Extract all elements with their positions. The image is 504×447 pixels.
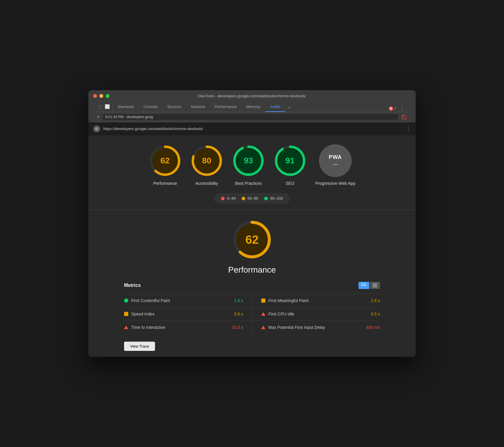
metric-name-fci: First CPU Idle bbox=[268, 312, 368, 316]
svg-point-0 bbox=[95, 127, 98, 131]
score-item-best-practices[interactable]: 93 Best Practices bbox=[232, 144, 265, 186]
url-input[interactable] bbox=[103, 114, 398, 120]
metrics-section: Metrics bbox=[118, 282, 386, 334]
svg-rect-17 bbox=[373, 287, 377, 287]
legend-dot-fail bbox=[221, 197, 225, 200]
accessibility-label: Accessibility bbox=[195, 181, 218, 186]
minimize-button[interactable] bbox=[99, 94, 103, 98]
tab-elements[interactable]: Elements bbox=[113, 102, 139, 112]
metric-first-cpu-idle: First CPU Idle 6.5 s bbox=[252, 307, 380, 321]
toggle-grid-view[interactable] bbox=[359, 282, 369, 289]
legend-range-average: 50–89 bbox=[248, 196, 258, 201]
browser-window: DevTools - developers.google.com/web/too… bbox=[88, 90, 416, 357]
lighthouse-menu-button[interactable]: ⋮ bbox=[406, 126, 411, 132]
seo-score: 91 bbox=[285, 156, 295, 165]
metric-icon-si bbox=[124, 312, 128, 316]
view-more-container: View Trace bbox=[118, 334, 386, 351]
score-circles: 62 Performance 80 Accessibility bbox=[149, 144, 355, 186]
metric-name-tti: Time to Interactive bbox=[131, 325, 229, 330]
metric-name-fcp: First Contentful Paint bbox=[131, 298, 231, 303]
svg-rect-15 bbox=[373, 284, 377, 284]
error-count: 2 bbox=[394, 107, 396, 111]
metric-name-mpfid: Max Potential First Input Delay bbox=[268, 325, 363, 330]
metric-value-fci: 6.5 s bbox=[371, 312, 380, 316]
more-tabs-button[interactable]: » bbox=[285, 103, 293, 112]
mobile-icon[interactable]: ⬜ bbox=[104, 104, 110, 110]
tab-performance[interactable]: Performance bbox=[210, 102, 241, 112]
devtools-content: https://developers.google.com/web/tools/… bbox=[88, 122, 416, 357]
metric-icon-mpfid bbox=[261, 326, 265, 329]
metric-value-tti: 10.3 s bbox=[232, 325, 243, 330]
lighthouse-url-bar: https://developers.google.com/web/tools/… bbox=[88, 122, 416, 135]
score-item-pwa[interactable]: PWA — Progressive Web App bbox=[315, 144, 355, 186]
performance-score: 62 bbox=[160, 156, 170, 165]
metrics-header: Metrics bbox=[124, 282, 380, 289]
accessibility-score: 80 bbox=[202, 156, 211, 165]
tab-network[interactable]: Network bbox=[186, 102, 210, 112]
seo-circle: 91 bbox=[274, 144, 306, 177]
metric-value-mpfid: 400 ms bbox=[366, 325, 380, 330]
performance-circle: 62 bbox=[149, 144, 181, 177]
pwa-label: PWA bbox=[329, 154, 342, 160]
scores-section: 62 Performance 80 Accessibility bbox=[88, 135, 416, 210]
metric-icon-tti bbox=[124, 326, 128, 329]
audited-url: https://developers.google.com/web/tools/… bbox=[103, 126, 203, 131]
metric-value-fcp: 1.9 s bbox=[234, 298, 243, 303]
metric-time-to-interactive: Time to Interactive 10.3 s bbox=[124, 321, 252, 334]
metric-first-meaningful-paint: First Meaningful Paint 2.6 s bbox=[252, 294, 380, 307]
lighthouse-url-left: https://developers.google.com/web/tools/… bbox=[93, 125, 203, 132]
tab-toolbar: ⬚ ⬜ bbox=[96, 101, 113, 112]
legend-item-fail: 0–49 bbox=[221, 196, 236, 201]
svg-rect-14 bbox=[364, 285, 366, 286]
legend-range-fail: 0–49 bbox=[227, 196, 236, 201]
svg-rect-13 bbox=[364, 284, 366, 284]
tab-right-controls: ✕ 2 ⋮ bbox=[386, 105, 408, 112]
devtools-tab-bar: ⬚ ⬜ Elements Console Sources Network Per… bbox=[93, 101, 411, 112]
new-tab-button[interactable]: + bbox=[97, 114, 100, 120]
performance-detail-section: 62 Performance Metrics bbox=[88, 210, 416, 357]
no-throttling-button[interactable]: 🚫 bbox=[401, 114, 407, 120]
tab-sources[interactable]: Sources bbox=[162, 102, 186, 112]
score-legend: 0–49 50–89 90–100 bbox=[214, 193, 290, 204]
view-trace-button[interactable]: View Trace bbox=[124, 342, 155, 351]
metric-icon-fci bbox=[261, 312, 265, 316]
maximize-button[interactable] bbox=[106, 94, 109, 98]
score-item-seo[interactable]: 91 SEO bbox=[274, 144, 306, 186]
metric-value-si: 3.9 s bbox=[234, 312, 243, 316]
devtools-menu-button[interactable]: ⋮ bbox=[398, 105, 406, 112]
metric-name-si: Speed Index bbox=[131, 312, 231, 316]
lighthouse-logo bbox=[93, 125, 100, 132]
metric-speed-index: Speed Index 3.9 s bbox=[124, 307, 252, 321]
metrics-title: Metrics bbox=[124, 283, 141, 288]
performance-label: Performance bbox=[153, 181, 177, 186]
metric-value-fmp: 2.6 s bbox=[371, 298, 380, 303]
cursor-icon[interactable]: ⬚ bbox=[98, 104, 103, 110]
metric-max-potential-fid: Max Potential First Input Delay 400 ms bbox=[252, 321, 380, 334]
svg-rect-16 bbox=[373, 285, 377, 286]
toggle-list-view[interactable] bbox=[370, 282, 380, 289]
error-circle: ✕ bbox=[389, 107, 393, 111]
metrics-grid: First Contentful Paint 1.9 s First Meani… bbox=[124, 294, 380, 334]
tab-console[interactable]: Console bbox=[139, 102, 162, 112]
score-item-performance[interactable]: 62 Performance bbox=[149, 144, 181, 186]
pwa-circle: PWA — bbox=[319, 144, 352, 177]
close-button[interactable] bbox=[93, 94, 97, 98]
metrics-toggle bbox=[359, 282, 380, 289]
svg-rect-11 bbox=[361, 284, 363, 284]
score-item-accessibility[interactable]: 80 Accessibility bbox=[190, 144, 223, 186]
legend-item-average: 50–89 bbox=[242, 196, 258, 201]
tab-memory[interactable]: Memory bbox=[242, 102, 265, 112]
pwa-category-label: Progressive Web App bbox=[315, 181, 355, 186]
metric-icon-fcp bbox=[124, 298, 128, 303]
best-practices-label: Best Practices bbox=[235, 181, 262, 186]
tab-list: Elements Console Sources Network Perform… bbox=[113, 102, 386, 112]
error-badge[interactable]: ✕ 2 bbox=[389, 107, 396, 111]
legend-dot-pass bbox=[264, 197, 268, 200]
perf-score-big-circle: 62 bbox=[231, 219, 273, 260]
legend-dot-average bbox=[242, 197, 245, 200]
url-bar: + 🚫 bbox=[93, 112, 411, 122]
perf-big-title: Performance bbox=[228, 265, 276, 275]
tab-audits[interactable]: Audits bbox=[265, 102, 285, 112]
metric-first-contentful-paint: First Contentful Paint 1.9 s bbox=[124, 294, 252, 307]
window-controls bbox=[93, 94, 109, 98]
